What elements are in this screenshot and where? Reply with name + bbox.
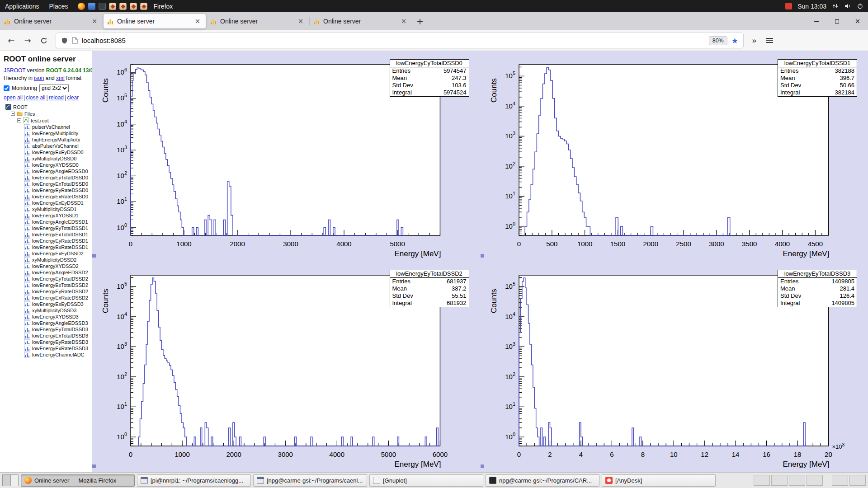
stats-box-1[interactable]: lowEnergyEyTotalDSSD1 Entries382188 Mean… [778,59,857,97]
tree-item[interactable]: lowEnergyXYDSSD0 [4,162,92,168]
stats-box-3[interactable]: lowEnergyEyTotalDSSD3 Entries1409805 Mea… [778,270,857,307]
tree-item[interactable]: lowEnergyEyTotalDSSD3 [4,326,92,333]
hamburger-menu-button[interactable] [762,33,777,48]
url-bar[interactable]: localhost:8085 80% ★ [56,33,743,48]
tray-slot[interactable] [771,475,788,486]
tree-item[interactable]: lowEnergyEyTotalDSSD0 [4,174,92,181]
tree-item[interactable]: lowEnergyXYDSSD2 [4,263,92,269]
tab-close-icon[interactable]: × [90,17,99,26]
app-launcher-icon[interactable] [140,3,147,10]
tree-item[interactable]: lowEnergyAngleEDSSD0 [4,168,92,174]
tab-close-icon[interactable]: × [193,17,202,26]
tree-item[interactable]: lowEnergyExTotalDSSD1 [4,231,92,238]
volume-icon[interactable] [844,3,851,9]
taskbar-window-anydesk[interactable]: [AnyDesk] [602,474,716,487]
tab-online-server-1[interactable]: Online server × [0,14,103,28]
tab-close-icon[interactable]: × [399,17,408,26]
pad-resize-handle[interactable] [481,465,484,468]
xml-link[interactable]: xml [56,75,65,81]
tab-online-server-3[interactable]: Online server × [207,14,309,28]
tree-item[interactable]: absPulserVsChannel [4,143,92,149]
applications-menu[interactable]: Applications [0,0,44,12]
url-text[interactable]: localhost:8085 [82,37,705,44]
files-launcher-icon[interactable] [88,3,95,10]
tree-node-file[interactable]: test.root [4,117,92,124]
tree-item[interactable]: lowEnergyExEyDSSD2 [4,250,92,257]
collapse-icon[interactable] [17,118,21,122]
reload-link[interactable]: reload [49,94,64,101]
tab-online-server-2[interactable]: Online server × [104,14,206,28]
page-info-icon[interactable] [72,37,78,44]
tree-item[interactable]: lowEnergyChannelADC [4,352,92,358]
tree-item[interactable]: lowEnergyExRateDSSD3 [4,345,92,352]
tree-item[interactable]: lowEnergyEyRateDSSD0 [4,187,92,193]
app-launcher-icon[interactable] [130,3,137,10]
tray-slot[interactable] [807,475,823,486]
tree-item[interactable]: lowEnergyAngleEDSSD1 [4,219,92,225]
pad-resize-handle[interactable] [92,465,96,468]
tree-item[interactable]: lowEnergyEyTotalDSSD2 [4,276,92,282]
pad-resize-handle[interactable] [481,254,484,258]
collapse-icon[interactable] [11,112,15,116]
tree-item[interactable]: lowEnergyEyTotalDSSD1 [4,225,92,231]
new-tab-button[interactable]: + [412,12,428,30]
tree-item[interactable]: lowEnergyExRateDSSD1 [4,244,92,250]
tree-item[interactable]: lowEnergyExTotalDSSD3 [4,333,92,339]
minimize-button[interactable] [806,12,826,30]
tree-item[interactable]: lowEnergyExRateDSSD2 [4,295,92,301]
grid-select[interactable]: grid 2x2 [39,84,69,92]
tree-node-root[interactable]: ROOT [4,103,92,110]
monitoring-checkbox[interactable] [4,85,9,91]
tab-close-icon[interactable]: × [296,17,305,26]
taskbar-window-firefox[interactable]: Online server — Mozilla Firefox [21,474,135,487]
tree-item[interactable]: lowEnergyExEyDSSD0 [4,149,92,155]
stats-box-0[interactable]: lowEnergyEyTotalDSSD0 Entries5974547 Mea… [390,59,469,97]
overflow-menu-button[interactable]: » [748,36,761,45]
tree-item[interactable]: highEnergyMultiplicity [4,136,92,143]
network-icon[interactable] [832,3,839,9]
reload-button[interactable] [36,33,52,48]
shield-icon[interactable] [61,37,68,44]
taskbar-window-terminal-2[interactable]: [npg@carme-gsi:~/Programs/caenl... [253,474,367,487]
clock[interactable]: Sun 13:03 [797,3,826,10]
pad-resize-handle[interactable] [92,254,96,258]
tree-item[interactable]: lowEnergyMultiplicity [4,130,92,136]
bookmark-star-icon[interactable]: ★ [731,36,738,45]
jsroot-link[interactable]: JSROOT [4,67,25,74]
taskbar-window-terminal-1[interactable]: [pi@nnrpi1: ~/Programs/caenlogg... [137,474,251,487]
clear-link[interactable]: clear [67,94,79,101]
tree-item[interactable]: xyMultiplicityDSSD1 [4,206,92,212]
stats-box-2[interactable]: lowEnergyEyTotalDSSD2 Entries681937 Mean… [390,270,469,307]
firefox-launcher-icon[interactable] [78,3,85,10]
zoom-indicator[interactable]: 80% [709,36,727,45]
tree-item[interactable]: lowEnergyExEyDSSD1 [4,200,92,206]
json-link[interactable]: json [34,75,44,81]
tree-item[interactable]: lowEnergyXYDSSD1 [4,212,92,219]
tray-slot[interactable] [832,475,848,486]
close-all-link[interactable]: close all [26,94,45,101]
tree-item[interactable]: lowEnergyEyRateDSSD2 [4,288,92,295]
open-all-link[interactable]: open all [4,94,23,101]
taskbar-window-terminal-3[interactable]: npg@carme-gsi:~/Programs/CAR... [486,474,599,487]
tray-slot[interactable] [849,475,866,486]
power-icon[interactable] [857,3,863,9]
app-launcher-icon[interactable] [109,3,116,10]
taskbar-window-gnuplot[interactable]: [Gnuplot] [369,474,483,487]
tray-slot[interactable] [754,475,770,486]
tree-node-files[interactable]: Files [4,110,92,117]
tree-item[interactable]: lowEnergyExTotalDSSD2 [4,282,92,288]
app-launcher-icon[interactable] [119,3,127,10]
places-menu[interactable]: Places [44,0,73,12]
tree-item[interactable]: lowEnergyAngleEDSSD2 [4,269,92,276]
terminal-launcher-icon[interactable] [99,3,106,10]
close-button[interactable]: × [847,12,868,30]
restore-button[interactable] [826,12,847,30]
tree-item[interactable]: lowEnergyEyRateDSSD1 [4,238,92,244]
tree-item[interactable]: lowEnergyXYDSSD3 [4,314,92,320]
tree-item[interactable]: lowEnergyExTotalDSSD0 [4,181,92,187]
tree-item[interactable]: lowEnergyAngleEDSSD3 [4,320,92,326]
workspace-switcher[interactable] [2,474,19,486]
forward-button[interactable]: → [20,33,35,48]
tree-item[interactable]: xyMultiplicityDSSD3 [4,307,92,314]
tree-item[interactable]: xyMultiplicityDSSD0 [4,155,92,162]
